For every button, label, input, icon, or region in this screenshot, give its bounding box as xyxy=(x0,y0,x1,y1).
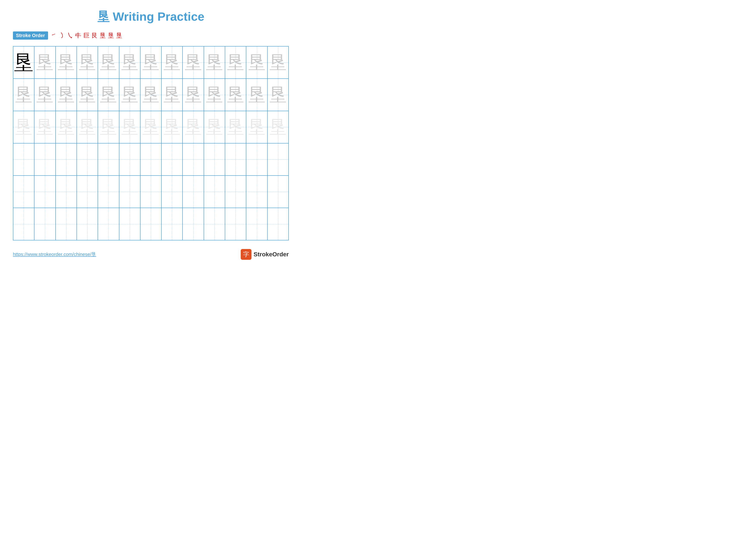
grid-cell-r3-c8[interactable]: 垦 xyxy=(161,111,182,143)
reference-char: 垦 xyxy=(14,49,33,76)
grid-cell-r6-c4[interactable] xyxy=(77,208,98,240)
grid-cell-r6-c12[interactable] xyxy=(246,208,267,240)
grid-cell-r2-c7[interactable]: 垦 xyxy=(140,79,161,111)
grid-cell-r2-c9[interactable]: 垦 xyxy=(182,79,204,111)
grid-cell-r3-c5[interactable]: 垦 xyxy=(98,111,119,143)
grid-cell-r6-c1[interactable] xyxy=(13,208,34,240)
grid-cell-r2-c8[interactable]: 垦 xyxy=(161,79,182,111)
footer-url[interactable]: https://www.strokeorder.com/chinese/垦 xyxy=(13,251,96,258)
grid-cell-r3-c13[interactable]: 垦 xyxy=(267,111,288,143)
grid-cell-r6-c13[interactable] xyxy=(267,208,288,240)
grid-cell-r1-c11[interactable]: 垦 xyxy=(225,46,246,79)
grid-cell-r4-c3[interactable] xyxy=(56,143,77,176)
grid-cell-r4-c2[interactable] xyxy=(34,143,55,176)
grid-cell-r1-c12[interactable]: 垦 xyxy=(246,46,267,79)
footer: https://www.strokeorder.com/chinese/垦 字 … xyxy=(13,249,289,260)
grid-cell-r4-c9[interactable] xyxy=(182,143,204,176)
grid-cell-r2-c6[interactable]: 垦 xyxy=(119,79,140,111)
grid-cell-r2-c10[interactable]: 垦 xyxy=(204,79,225,111)
stroke-chars: ㇀ ㇁ ㇂ 㐄 巨 艮 垦 垦 垦 xyxy=(51,32,122,39)
grid-cell-r6-c7[interactable] xyxy=(140,208,161,240)
grid-cell-r5-c12[interactable] xyxy=(246,176,267,208)
grid-cell-r6-c6[interactable] xyxy=(119,208,140,240)
grid-cell-r2-c2[interactable]: 垦 xyxy=(34,79,55,111)
grid-cell-r6-c11[interactable] xyxy=(225,208,246,240)
stroke-9: 垦 xyxy=(116,32,122,39)
grid-cell-r5-c11[interactable] xyxy=(225,176,246,208)
grid-cell-r5-c1[interactable] xyxy=(13,176,34,208)
grid-cell-r5-c2[interactable] xyxy=(34,176,55,208)
grid-cell-r4-c5[interactable] xyxy=(98,143,119,176)
grid-cell-r5-c8[interactable] xyxy=(161,176,182,208)
grid-cell-r5-c10[interactable] xyxy=(204,176,225,208)
grid-cell-r2-c11[interactable]: 垦 xyxy=(225,79,246,111)
stroke-order-badge: Stroke Order xyxy=(13,32,48,39)
stroke-7: 垦 xyxy=(100,32,106,39)
footer-logo: 字 StrokeOrder xyxy=(241,249,289,260)
stroke-4: 㐄 xyxy=(75,32,81,39)
grid-cell-r6-c9[interactable] xyxy=(182,208,204,240)
grid-cell-r4-c10[interactable] xyxy=(204,143,225,176)
grid-cell-r2-c3[interactable]: 垦 xyxy=(56,79,77,111)
grid-cell-r1-c6[interactable]: 垦 xyxy=(119,46,140,79)
grid-cell-r1-c5[interactable]: 垦 xyxy=(98,46,119,79)
stroke-5: 巨 xyxy=(83,32,90,39)
grid-cell-r4-c6[interactable] xyxy=(119,143,140,176)
grid-cell-r5-c13[interactable] xyxy=(267,176,288,208)
stroke-3: ㇂ xyxy=(67,32,73,39)
grid-cell-r2-c13[interactable]: 垦 xyxy=(267,79,288,111)
grid-cell-r6-c3[interactable] xyxy=(56,208,77,240)
grid-cell-r3-c2[interactable]: 垦 xyxy=(34,111,55,143)
grid-cell-r1-c9[interactable]: 垦 xyxy=(182,46,204,79)
grid-cell-r3-c4[interactable]: 垦 xyxy=(77,111,98,143)
grid-cell-r4-c11[interactable] xyxy=(225,143,246,176)
grid-cell-r2-c5[interactable]: 垦 xyxy=(98,79,119,111)
grid-cell-r4-c12[interactable] xyxy=(246,143,267,176)
logo-text: StrokeOrder xyxy=(254,251,289,258)
grid-cell-r5-c4[interactable] xyxy=(77,176,98,208)
stroke-1: ㇀ xyxy=(51,32,57,39)
stroke-2: ㇁ xyxy=(59,32,65,39)
grid-cell-r3-c1[interactable]: 垦 xyxy=(13,111,34,143)
logo-icon: 字 xyxy=(241,249,252,260)
stroke-order-row: Stroke Order ㇀ ㇁ ㇂ 㐄 巨 艮 垦 垦 垦 xyxy=(13,32,289,39)
grid-cell-r5-c9[interactable] xyxy=(182,176,204,208)
grid-cell-r6-c5[interactable] xyxy=(98,208,119,240)
page-title: 垦 Writing Practice xyxy=(13,9,289,25)
grid-cell-r4-c13[interactable] xyxy=(267,143,288,176)
grid-cell-r4-c8[interactable] xyxy=(161,143,182,176)
grid-cell-r2-c4[interactable]: 垦 xyxy=(77,79,98,111)
grid-cell-r5-c6[interactable] xyxy=(119,176,140,208)
practice-grid: 垦 垦 垦 垦 垦 垦 垦 垦 垦 垦 垦 垦 垦 垦 垦 垦 垦 垦 垦 垦 … xyxy=(13,46,289,241)
grid-cell-r1-c3[interactable]: 垦 xyxy=(56,46,77,79)
grid-cell-r6-c2[interactable] xyxy=(34,208,55,240)
stroke-6: 艮 xyxy=(92,32,97,39)
grid-cell-r6-c8[interactable] xyxy=(161,208,182,240)
grid-cell-r3-c11[interactable]: 垦 xyxy=(225,111,246,143)
grid-cell-r1-c1[interactable]: 垦 xyxy=(13,46,34,79)
grid-cell-r3-c9[interactable]: 垦 xyxy=(182,111,204,143)
stroke-8: 垦 xyxy=(108,32,114,39)
grid-cell-r3-c12[interactable]: 垦 xyxy=(246,111,267,143)
grid-cell-r1-c7[interactable]: 垦 xyxy=(140,46,161,79)
grid-cell-r5-c7[interactable] xyxy=(140,176,161,208)
grid-cell-r3-c6[interactable]: 垦 xyxy=(119,111,140,143)
grid-cell-r3-c3[interactable]: 垦 xyxy=(56,111,77,143)
grid-cell-r2-c1[interactable]: 垦 xyxy=(13,79,34,111)
grid-cell-r1-c4[interactable]: 垦 xyxy=(77,46,98,79)
grid-cell-r1-c10[interactable]: 垦 xyxy=(204,46,225,79)
grid-cell-r3-c10[interactable]: 垦 xyxy=(204,111,225,143)
grid-cell-r5-c5[interactable] xyxy=(98,176,119,208)
grid-cell-r1-c8[interactable]: 垦 xyxy=(161,46,182,79)
grid-cell-r6-c10[interactable] xyxy=(204,208,225,240)
grid-cell-r1-c2[interactable]: 垦 xyxy=(34,46,55,79)
grid-cell-r5-c3[interactable] xyxy=(56,176,77,208)
grid-cell-r4-c7[interactable] xyxy=(140,143,161,176)
grid-cell-r3-c7[interactable]: 垦 xyxy=(140,111,161,143)
grid-cell-r2-c12[interactable]: 垦 xyxy=(246,79,267,111)
grid-cell-r4-c4[interactable] xyxy=(77,143,98,176)
grid-cell-r1-c13[interactable]: 垦 xyxy=(267,46,288,79)
grid-cell-r4-c1[interactable] xyxy=(13,143,34,176)
